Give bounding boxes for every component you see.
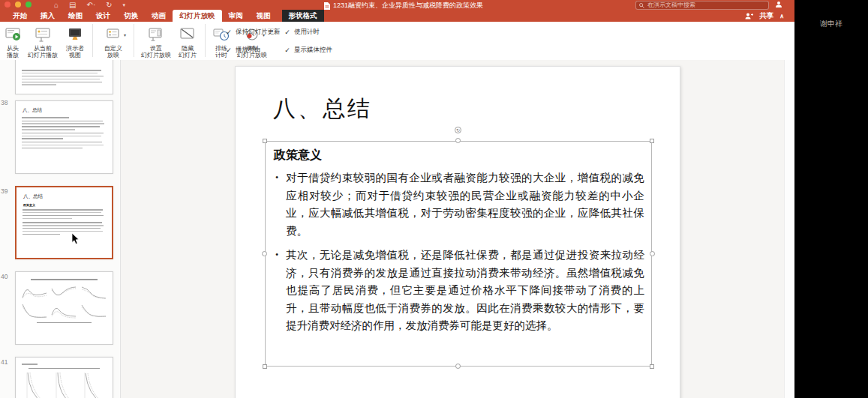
quick-access-toolbar: ⌂ ▤ ↶· ↻ ▾: [54, 0, 125, 10]
ribbon-separator: [134, 24, 134, 57]
share-label: 共享: [759, 11, 773, 21]
setup-slideshow-button[interactable]: 设置 幻灯片放映: [138, 23, 174, 58]
thumbnail-slide-41[interactable]: [15, 357, 113, 398]
play-from-current-icon: [34, 25, 52, 44]
share-button[interactable]: 共享 ∧: [745, 10, 784, 22]
video-overlay-panel: 谢申祥: [794, 0, 868, 398]
ribbon-tabs: 开始 插入 绘图 设计 切换 动画 幻灯片放映 审阅 视图 形状格式: [0, 10, 794, 22]
tab-animations[interactable]: 动画: [145, 10, 173, 22]
thumbnail-slide-38[interactable]: 八、总结: [15, 100, 113, 174]
checkbox-keep-slides-updated[interactable]: 保持幻灯片更新: [225, 28, 281, 37]
participant-name: 谢申祥: [794, 19, 868, 29]
window-controls: [5, 1, 32, 7]
thumbnail-slide-40[interactable]: [15, 271, 113, 345]
dropdown-arrow-icon: ▾: [124, 32, 126, 37]
checkmark-icon: [284, 28, 291, 36]
slide-canvas[interactable]: 八、总结 政策意义 对于借贷约束较弱的国有企业或者融资能力较强的大企业，增值税的…: [235, 66, 680, 398]
minimize-window-icon[interactable]: [15, 1, 21, 7]
checkmark-icon: [225, 46, 233, 54]
play-from-current-button[interactable]: 从当前 幻灯片播放: [24, 23, 62, 58]
save-icon[interactable]: ▤: [69, 1, 76, 9]
thumbnail-charts: [21, 371, 107, 398]
redo-icon[interactable]: ↻: [106, 1, 112, 9]
checkmark-icon: [225, 28, 233, 36]
thumbnail-heading: 政策意义: [23, 203, 107, 207]
tab-draw[interactable]: 绘图: [62, 10, 89, 22]
resize-handle-bottom-left[interactable]: [263, 364, 267, 369]
setup-show-icon: [147, 25, 165, 44]
home-icon[interactable]: ⌂: [54, 1, 59, 9]
checkmark-icon: [284, 46, 291, 54]
search-input[interactable]: 在演示文稿中搜索: [635, 1, 769, 10]
textbox-heading: 政策意义: [274, 148, 322, 163]
thumbnail-title: 八、总结: [23, 193, 107, 200]
search-icon: [639, 3, 644, 8]
bullet-item: 对于借贷约束较弱的国有企业或者融资能力较强的大企业，增值税的减免应相对较少；而对…: [274, 169, 644, 240]
resize-handle-top-center[interactable]: [455, 138, 461, 143]
hide-slide-icon: [179, 25, 197, 44]
ribbon: 从头 播放 从当前 幻灯片播放: [0, 22, 794, 61]
tab-transitions[interactable]: 切换: [117, 10, 145, 22]
hide-slide-button[interactable]: 隐藏 幻灯片: [174, 23, 201, 58]
ribbon-separator: [92, 24, 93, 57]
account-icon[interactable]: [775, 1, 782, 8]
vertical-scrollbar[interactable]: [784, 60, 794, 398]
resize-handle-top-left[interactable]: [263, 139, 267, 143]
slide-title[interactable]: 八、总结: [273, 94, 372, 124]
thumbnail-slide-37[interactable]: [15, 60, 113, 94]
checkbox-play-narrations[interactable]: 播放旁白: [225, 46, 261, 55]
titlebar: ⌂ ▤ ↶· ↻ ▾ 1231融资约束、企业异质性与减税降费的政策效果 在演示文…: [0, 0, 794, 10]
slide-number: 40: [1, 273, 11, 280]
tab-shape-format[interactable]: 形状格式: [282, 10, 324, 22]
resize-handle-middle-left[interactable]: [262, 251, 267, 256]
checkbox-use-timings[interactable]: 使用计时: [284, 28, 320, 37]
slide-number: 39: [1, 187, 11, 195]
custom-show-icon: ▾: [105, 25, 122, 44]
tab-review[interactable]: 审阅: [222, 10, 250, 22]
tab-design[interactable]: 设计: [89, 10, 117, 22]
thumbnail-charts: [21, 283, 107, 319]
thumbnail-title: 八、总结: [23, 107, 107, 114]
undo-icon[interactable]: ↶·: [87, 1, 96, 9]
thumbnail-slide-39-selected[interactable]: 八、总结 政策意义: [15, 186, 113, 259]
slide-thumbnail-panel[interactable]: 38 八、总结 39 八、总结 政策意义: [0, 60, 121, 398]
play-from-beginning-icon: [4, 25, 22, 44]
collapse-ribbon-icon[interactable]: ∧: [779, 13, 784, 19]
resize-handle-bottom-right[interactable]: [650, 364, 654, 369]
search-placeholder: 在演示文稿中搜索: [647, 2, 695, 8]
share-person-icon: [745, 13, 753, 19]
presenter-view-button[interactable]: 演示者 视图: [62, 23, 89, 58]
ribbon-separator: [205, 24, 206, 57]
tab-insert[interactable]: 插入: [34, 10, 62, 22]
mouse-cursor: [71, 233, 80, 245]
checkbox-show-media-controls[interactable]: 显示媒体控件: [284, 46, 332, 55]
content-textbox[interactable]: 政策意义 对于借贷约束较弱的国有企业或者融资能力较强的大企业，增值税的减免应相对…: [265, 141, 652, 367]
resize-handle-bottom-center[interactable]: [455, 364, 461, 369]
close-window-icon[interactable]: [5, 1, 11, 7]
toolbar-dropdown-icon[interactable]: ▾: [123, 1, 126, 9]
tab-home[interactable]: 开始: [6, 10, 34, 22]
play-from-start-button[interactable]: 从头 播放: [2, 23, 24, 58]
resize-handle-top-right[interactable]: [650, 139, 654, 143]
document-icon: [324, 2, 330, 10]
maximize-window-icon[interactable]: [26, 1, 32, 7]
rotate-handle-icon[interactable]: ↻: [455, 127, 461, 133]
tab-slideshow[interactable]: 幻灯片放映: [173, 10, 222, 22]
resize-handle-middle-right[interactable]: [650, 251, 655, 256]
slide-number: 38: [1, 99, 11, 106]
powerpoint-window: ⌂ ▤ ↶· ↻ ▾ 1231融资约束、企业异质性与减税降费的政策效果 在演示文…: [0, 0, 794, 398]
slide-editing-area: 八、总结 政策意义 对于借贷约束较弱的国有企业或者融资能力较强的大企业，增值税的…: [121, 60, 784, 398]
slide-number: 41: [1, 358, 11, 366]
presenter-view-icon: [66, 25, 84, 44]
bullet-item: 其次，无论是减免增值税，还是降低社保费，都是通过促进投资来拉动经济，只有消费券的…: [274, 247, 644, 335]
tab-view[interactable]: 视图: [250, 10, 278, 22]
custom-show-button[interactable]: ▾ 自定义 放映: [97, 23, 130, 58]
